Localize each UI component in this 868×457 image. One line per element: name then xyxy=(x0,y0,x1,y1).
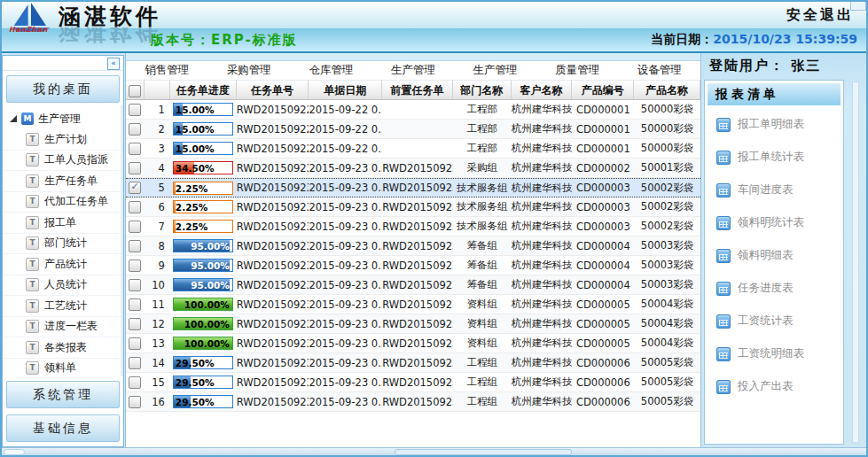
row-checkbox[interactable] xyxy=(129,162,141,174)
module-tab[interactable]: 采购管理 xyxy=(208,63,291,78)
report-item[interactable]: 车间进度表 xyxy=(705,174,843,206)
module-tab[interactable]: 生产管理 xyxy=(454,63,536,78)
select-all-checkbox[interactable] xyxy=(129,85,141,97)
tree-item[interactable]: T 生产计划 xyxy=(3,129,123,151)
sidebar-section-system[interactable]: 系统管理 xyxy=(6,381,120,408)
row-number: 12 xyxy=(145,318,170,330)
row-checkbox[interactable] xyxy=(129,337,141,350)
module-tab[interactable]: 生产管理 xyxy=(372,63,455,78)
product-name: 50000彩袋 xyxy=(634,103,700,116)
table-row[interactable]: 16 29.50% RWD20150923007 2015-09-23 0...… xyxy=(126,392,700,412)
row-checkbox[interactable] xyxy=(129,376,141,389)
row-checkbox-cell xyxy=(126,103,145,116)
table-row[interactable]: 5 2.25% RWD20150923004 2015-09-23 0... R… xyxy=(126,178,700,198)
table-row[interactable]: 9 95.00% RWD20150923005 2015-09-23 0... … xyxy=(126,256,700,275)
module-tab[interactable]: 销售管理 xyxy=(126,63,208,78)
column-header[interactable]: 产品名称 xyxy=(634,81,700,99)
row-checkbox[interactable] xyxy=(129,357,141,369)
tree-item[interactable]: T 领料单 xyxy=(3,359,123,377)
table-row[interactable]: 6 2.25% RWD20150923004 2015-09-23 0... R… xyxy=(126,198,700,217)
tree-item[interactable]: T 代加工任务单 xyxy=(3,192,123,213)
progress-cell: 2.25% xyxy=(170,200,237,213)
tree-item[interactable]: T 工艺统计 xyxy=(3,296,123,317)
row-checkbox[interactable] xyxy=(129,123,141,136)
table-row[interactable]: 14 29.50% RWD20150923007 2015-09-23 0...… xyxy=(126,353,700,373)
report-table-icon xyxy=(716,151,731,165)
sidebar-section-desktop[interactable]: 我的桌面 xyxy=(6,75,120,103)
column-header[interactable]: 任务单进度 xyxy=(170,81,237,99)
table-row[interactable]: 7 2.25% RWD20150923004 2015-09-23 0... R… xyxy=(126,217,700,236)
row-checkbox[interactable] xyxy=(129,182,141,194)
column-header[interactable]: 部门名称 xyxy=(453,81,512,99)
report-item[interactable]: 领料明细表 xyxy=(705,239,843,272)
report-item[interactable]: 报工单明细表 xyxy=(705,108,843,141)
logout-button[interactable]: 安全退出 xyxy=(786,6,854,25)
tree-scrollbar[interactable] xyxy=(121,105,123,376)
table-row[interactable]: 8 95.00% RWD20150923005 2015-09-23 0... … xyxy=(126,236,700,256)
table-row[interactable]: 2 15.00% RWD20150922013 2015-09-22 0... … xyxy=(126,120,700,139)
tree-item[interactable]: T 工单人员指派 xyxy=(3,151,123,172)
column-header[interactable]: 前置任务单 xyxy=(382,81,453,99)
product-code: CD000006 xyxy=(572,357,634,369)
tree-item[interactable]: T 产品统计 xyxy=(3,254,123,275)
progress-cell: 95.00% xyxy=(170,259,237,272)
collapse-sidebar-icon[interactable]: « xyxy=(107,58,120,70)
report-item[interactable]: 报工单统计表 xyxy=(705,141,843,174)
product-name: 50005彩袋 xyxy=(634,376,700,389)
tree-node-production[interactable]: M 生产管理 xyxy=(3,108,123,129)
row-checkbox[interactable] xyxy=(129,240,141,252)
report-item[interactable]: 任务进度表 xyxy=(705,272,843,305)
column-header[interactable]: 产品编号 xyxy=(572,81,634,99)
table-row[interactable]: 4 34.50% RWD20150923003 2015-09-23 0... … xyxy=(126,159,700,178)
report-item[interactable]: 领料明统计表 xyxy=(705,206,843,239)
tree-item[interactable]: T 进度一栏表 xyxy=(3,317,123,338)
pre-task-order-no: RWD20150923005 xyxy=(382,298,453,311)
column-header[interactable]: 任务单号 xyxy=(237,81,309,99)
row-checkbox[interactable] xyxy=(129,221,141,233)
tree-item[interactable]: T 生产任务单 xyxy=(3,171,123,192)
table-row[interactable]: 12 100.00% RWD20150923006 2015-09-23 0..… xyxy=(126,314,700,334)
horizontal-scrollbar[interactable] xyxy=(0,447,868,457)
row-checkbox[interactable] xyxy=(129,298,141,311)
tree-item[interactable]: T 人员统计 xyxy=(3,275,123,297)
row-checkbox[interactable] xyxy=(129,259,141,272)
tree-expand-icon[interactable] xyxy=(10,115,17,122)
tree-item[interactable]: T 部门统计 xyxy=(3,234,123,255)
module-tab[interactable]: 设备管理 xyxy=(618,63,700,78)
row-checkbox[interactable] xyxy=(129,104,141,116)
progress-cell: 100.00% xyxy=(170,337,237,350)
table-row[interactable]: 11 100.00% RWD20150923006 2015-09-23 0..… xyxy=(126,295,700,314)
scrollbar-thumb[interactable] xyxy=(395,449,572,455)
table-row[interactable]: 13 100.00% RWD20150923006 2015-09-23 0..… xyxy=(126,334,700,353)
window-control[interactable] xyxy=(850,0,866,11)
column-header[interactable]: 单据日期 xyxy=(309,81,382,99)
task-order-no: RWD20150923004 xyxy=(237,221,309,233)
row-checkbox[interactable] xyxy=(129,279,141,291)
table-row[interactable]: 15 29.50% RWD20150923007 2015-09-23 0...… xyxy=(126,373,700,392)
customer-name: 杭州建华科技 xyxy=(512,259,573,272)
report-item[interactable]: 投入产出表 xyxy=(705,370,843,403)
table-row[interactable]: 1 15.00% RWD20150922013 2015-09-22 0... … xyxy=(126,100,700,120)
progress-cell: 2.25% xyxy=(170,182,237,195)
report-item[interactable]: 工资统明细表 xyxy=(705,337,843,370)
row-checkbox[interactable] xyxy=(129,318,141,330)
right-scrollbar[interactable] xyxy=(852,81,859,443)
column-header[interactable]: 客户名称 xyxy=(512,81,573,99)
task-order-no: RWD20150923004 xyxy=(237,182,309,194)
module-tab[interactable]: 仓库管理 xyxy=(290,63,372,78)
table-row[interactable]: 10 95.00% RWD20150923005 2015-09-23 0...… xyxy=(126,275,700,295)
customer-name: 杭州建华科技 xyxy=(512,103,573,116)
row-checkbox[interactable] xyxy=(129,143,141,155)
table-row[interactable]: 3 15.00% RWD20150922013 2015-09-22 0... … xyxy=(126,139,700,159)
report-item[interactable]: 工资统计表 xyxy=(705,305,843,337)
row-checkbox[interactable] xyxy=(129,396,141,408)
tree-item[interactable]: T 报工单 xyxy=(3,213,123,234)
tree-item[interactable]: T 各类报表 xyxy=(3,337,123,359)
module-tab[interactable]: 质量管理 xyxy=(536,63,619,78)
sidebar-section-basic[interactable]: 基础信息 xyxy=(6,414,120,442)
tree-root-label: 生产管理 xyxy=(38,112,81,127)
right-panel: 登陆用户： 张三 报表清单 报工单明细表 报工单统计表 车间进度表 领料明统计表… xyxy=(702,53,866,448)
row-checkbox[interactable] xyxy=(129,201,141,213)
module-icon: M xyxy=(21,112,34,125)
tree-item-label: 领料单 xyxy=(44,360,76,376)
